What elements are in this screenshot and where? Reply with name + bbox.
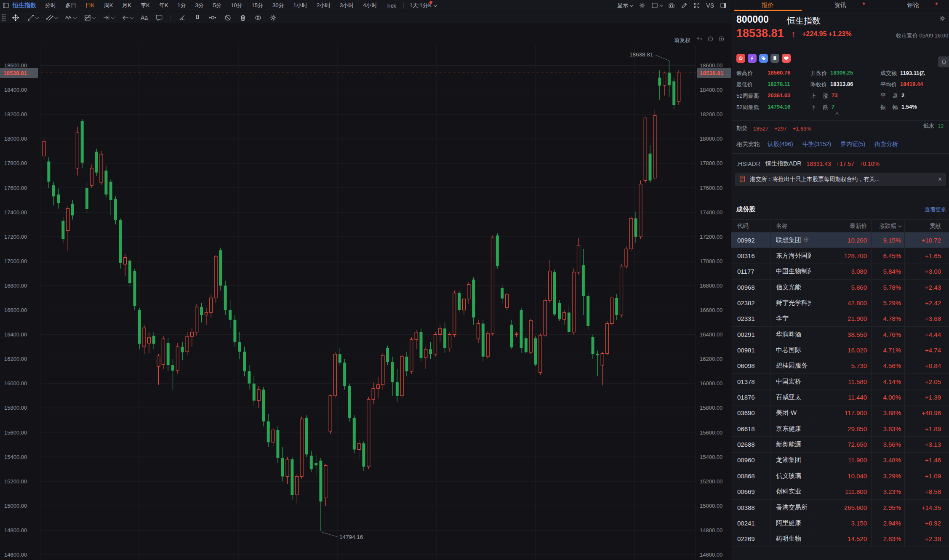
timeframe-月K[interactable]: 月K — [117, 2, 136, 9]
timeframe-1小时[interactable]: 1小时 — [288, 2, 312, 9]
warrant-links: 认股(496)牛熊(3152)界内证(5)街货分析 — [768, 141, 907, 148]
heart-badge-icon[interactable] — [782, 54, 791, 63]
adjust-mode-label[interactable]: 前复权 — [674, 37, 690, 44]
wave-icon[interactable] — [62, 14, 79, 21]
collapse-stats-icon[interactable] — [835, 112, 839, 116]
timeframe-周K[interactable]: 周K — [99, 2, 118, 9]
timeframe-日K[interactable]: 日K — [81, 2, 99, 9]
layout-icon[interactable] — [651, 2, 662, 9]
hide-drawings-icon[interactable] — [221, 14, 234, 21]
multi-period-selector[interactable]: 1天:1分K — [406, 2, 438, 9]
display-dropdown[interactable]: 显示 — [617, 2, 633, 9]
settings-icon[interactable] — [267, 14, 280, 21]
table-row-00388[interactable]: 00388香港交易所265.6002.95%+14.35 — [731, 500, 949, 515]
undo-icon[interactable] — [696, 36, 703, 44]
zoom-out-icon[interactable] — [707, 36, 714, 44]
vs-compare-button[interactable]: VS — [706, 2, 714, 9]
table-row-00968[interactable]: 00968信义光能5.8605.78%+2.43 — [731, 280, 949, 295]
timeframe-3小时[interactable]: 3小时 — [335, 2, 358, 9]
column-header-涨跌幅[interactable]: 涨跌幅 — [872, 220, 905, 232]
zoom-in-icon[interactable] — [718, 36, 725, 44]
quote-settings-icon[interactable] — [939, 15, 946, 23]
table-row-00241[interactable]: 00241阿里健康3.1502.94%+0.92 — [731, 515, 949, 531]
timeframe-5分[interactable]: 5分 — [208, 2, 226, 9]
text-tool-icon[interactable]: Aa — [138, 14, 150, 21]
screenshot-icon[interactable] — [668, 2, 675, 9]
adr-row[interactable]: .HSIADR 恒生指数ADR 18331.43 +17.57 +0.10% — [736, 160, 949, 168]
timeframe-30分[interactable]: 30分 — [268, 2, 288, 9]
tab-评论[interactable]: 评论 — [877, 0, 949, 11]
timeframe-季K[interactable]: 季K — [136, 2, 155, 9]
table-row-00316[interactable]: 00316东方海外国际128.7006.45%+1.65 — [731, 248, 949, 264]
extend-line-icon[interactable] — [100, 14, 117, 21]
table-row-00669[interactable]: 00669创科实业111.8003.23%+8.58 — [731, 484, 949, 500]
timeframe-分时[interactable]: 分时 — [40, 2, 61, 9]
cell-last-price: 111.800 — [811, 484, 872, 499]
toolbar-drag-handle[interactable] — [2, 14, 6, 21]
cell-change-pct: 4.56% — [872, 358, 905, 373]
fibonacci-icon[interactable] — [81, 14, 98, 21]
delete-drawings-icon[interactable] — [237, 14, 249, 21]
column-header-最新价[interactable]: 最新价 — [811, 220, 872, 232]
timeframe-10分[interactable]: 10分 — [226, 2, 247, 9]
timeframe-3分[interactable]: 3分 — [191, 2, 208, 9]
draw-icon[interactable] — [681, 2, 688, 9]
column-header-贡献[interactable]: 贡献 — [905, 220, 949, 232]
timeframe-年K[interactable]: 年K — [155, 2, 173, 9]
timeframe-多日[interactable]: 多日 — [61, 2, 81, 9]
timeframe-15分[interactable]: 15分 — [247, 2, 268, 9]
trend-line-icon[interactable] — [24, 14, 41, 21]
news-ticker[interactable]: 港交所：将推出十只上市股票每周期权合约，有关... × — [735, 173, 946, 186]
angle-icon[interactable] — [176, 14, 189, 21]
cell-contribution: +40.96 — [905, 405, 949, 421]
channel-icon[interactable] — [43, 14, 60, 21]
warrant-link[interactable]: 界内证(5) — [840, 141, 865, 147]
close-icon[interactable]: × — [938, 176, 942, 183]
table-row-00992[interactable]: 00992联想集团10.2609.15%+10.72 — [731, 232, 949, 248]
timeframe-2小时[interactable]: 2小时 — [312, 2, 335, 9]
table-row-00960[interactable]: 00960龙湖集团11.9003.48%+1.46 — [731, 453, 949, 468]
window-icon[interactable] — [3, 2, 9, 9]
table-row-06618[interactable]: 06618京东健康29.8503.83%+1.89 — [731, 421, 949, 437]
cursor-move-icon[interactable] — [9, 14, 22, 21]
comment-icon[interactable] — [153, 14, 165, 21]
table-row-02688[interactable]: 02688新奥能源72.6503.56%+3.13 — [731, 437, 949, 452]
table-row-00291[interactable]: 00291华润啤酒38.5504.76%+4.44 — [731, 327, 949, 342]
warrant-link[interactable]: 街货分析 — [874, 141, 898, 147]
fullscreen-icon[interactable] — [693, 2, 700, 9]
table-row-00981[interactable]: 00981中芯国际16.0204.71%+4.74 — [731, 342, 949, 358]
timeframe-Tick[interactable]: Tick — [381, 3, 400, 9]
futures-row[interactable]: 期货 18527 +297 +1.63% 低水 12 — [736, 122, 949, 135]
table-row-00868[interactable]: 00868信义玻璃10.0403.29%+1.09 — [731, 468, 949, 484]
compare-icon[interactable] — [252, 14, 264, 21]
hk-flag-badge-icon[interactable] — [736, 54, 745, 63]
lightning-badge-icon[interactable] — [748, 54, 757, 63]
tab-报价[interactable]: 报价 — [731, 0, 804, 11]
right-panel-toggle-icon[interactable] — [720, 2, 727, 9]
table-row-01378[interactable]: 01378中国宏桥11.5804.14%+2.05 — [731, 374, 949, 389]
table-row-03690[interactable]: 03690美团-W117.9003.88%+40.96 — [731, 405, 949, 421]
table-row-02269[interactable]: 02269药明生物14.5202.83%+2.38 — [731, 531, 949, 547]
table-row-02331[interactable]: 02331李宁21.9004.78%+3.68 — [731, 311, 949, 327]
bookmark-badge-icon[interactable] — [770, 54, 779, 63]
tag-badge-icon[interactable] — [759, 54, 768, 63]
table-row-06098[interactable]: 06098碧桂园服务5.7304.56%+0.84 — [731, 358, 949, 374]
warrant-link[interactable]: 认股(496) — [768, 141, 793, 147]
magnet-icon[interactable] — [191, 14, 204, 21]
table-row-01177[interactable]: 01177中国生物制药3.0805.84%+3.00 — [731, 264, 949, 280]
chart-symbol-label[interactable]: 恒生指数 — [13, 2, 36, 9]
settings-icon[interactable] — [639, 2, 645, 9]
tab-资讯[interactable]: 资讯 — [804, 0, 877, 11]
continuous-draw-icon[interactable] — [206, 14, 219, 21]
alert-bell-icon[interactable] — [938, 56, 949, 67]
target-icon[interactable] — [803, 237, 809, 244]
warrant-link[interactable]: 牛熊(3152) — [802, 141, 831, 147]
see-more-link[interactable]: 查看更多 — [925, 206, 949, 213]
arrow-left-icon[interactable] — [119, 14, 136, 21]
timeframe-4小时[interactable]: 4小时 — [358, 2, 381, 9]
table-row-02382[interactable]: 02382舜宇光学科技42.8005.29%+2.42 — [731, 295, 949, 311]
candlestick-chart[interactable]: 18600.0018600.0018400.0018400.0018200.00… — [0, 24, 731, 560]
table-row-01876[interactable]: 01876百威亚太11.4404.00%+1.39 — [731, 389, 949, 405]
timeframe-1分[interactable]: 1分 — [173, 2, 190, 9]
chart-canvas[interactable]: 18600.0018600.0018400.0018400.0018200.00… — [0, 24, 731, 560]
